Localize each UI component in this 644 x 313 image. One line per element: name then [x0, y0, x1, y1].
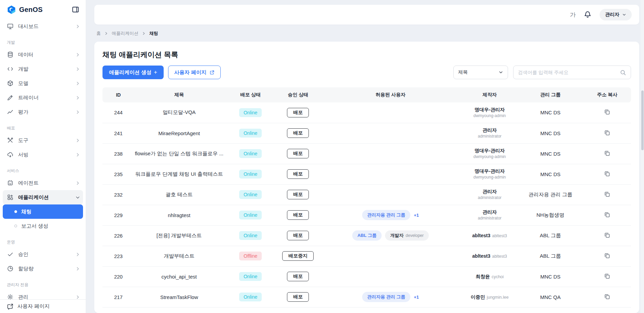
sidebar-item-dashboard[interactable]: 대시보드 [0, 19, 86, 33]
create-application-label: 애플리케이션 생성 [109, 69, 151, 76]
chevron-right-icon [75, 266, 80, 271]
scrollbar-track [641, 0, 644, 313]
approval-status-button[interactable]: 배포 [287, 210, 309, 220]
search-icon[interactable] [620, 69, 626, 76]
allowed-user-tag[interactable]: 관리자용 관리 그룹 [362, 210, 410, 220]
sidebar-item-evaluation[interactable]: 평가 [0, 105, 86, 119]
sidebar-subitem-report-create[interactable]: 보고서 생성 [3, 219, 83, 233]
cell-management-group: MNC DS [517, 143, 583, 164]
allowed-users-tags: 관리자용 관리 그룹+1 [319, 210, 462, 220]
copy-address-button[interactable] [604, 273, 611, 280]
creator-name: 명대우-관리자 [462, 106, 517, 113]
cell-creator: 명대우-관리자dwmyoung-admin [462, 143, 517, 164]
cell-creator: 최창윤cychoi [462, 266, 517, 287]
cell-approval-status: 배포중지 [277, 246, 319, 266]
cell-copy-address [584, 123, 631, 143]
copy-address-button[interactable] [604, 293, 611, 300]
cell-allowed-users: 관리자용 관리 그룹+1 [319, 205, 462, 225]
breadcrumb-home[interactable]: 홈 [96, 30, 101, 37]
create-application-button[interactable]: 애플리케이션 생성 + [102, 66, 164, 79]
table-row: 241MiraeReportAgentOnline배포관리자administra… [102, 123, 631, 143]
sidebar-collapse-icon[interactable] [71, 5, 80, 14]
approval-status-button[interactable]: 배포 [287, 292, 309, 302]
cell-title: 개발부테스트 [134, 246, 224, 266]
chevron-right-icon [75, 181, 80, 186]
allowed-users-more[interactable]: +1 [414, 213, 419, 218]
approval-status-button[interactable]: 배포 [287, 190, 309, 199]
database-icon [7, 51, 14, 58]
copy-address-button[interactable] [604, 232, 611, 239]
cube-icon [7, 80, 14, 87]
sidebar-item-approval[interactable]: 승인 [0, 247, 86, 261]
sidebar-subitem-chat[interactable]: 채팅 [3, 204, 83, 219]
copy-address-button[interactable] [604, 252, 611, 259]
copy-address-button[interactable] [604, 170, 611, 177]
sidebar-item-serving[interactable]: 서빙 [0, 147, 86, 162]
cell-approval-status: 배포 [277, 287, 319, 307]
approval-status-button[interactable]: 배포 [287, 272, 309, 281]
deploy-status-badge: Online [239, 293, 262, 301]
sidebar-item-agent[interactable]: 에이전트 [0, 176, 86, 190]
gear-icon [7, 294, 14, 299]
sidebar-section-deployment: 배포 [7, 125, 79, 131]
scrollbar-thumb[interactable] [641, 90, 644, 150]
allowed-users-more[interactable]: +1 [414, 295, 419, 300]
creator-id: dwmyoung-admin [462, 113, 517, 118]
sidebar-item-user-page[interactable]: 사용자 페이지 [0, 299, 86, 313]
allowed-user-tag[interactable]: 개발자developer [385, 230, 429, 241]
creator-name: abltest3 [472, 253, 490, 259]
cell-allowed-users [319, 123, 462, 143]
genos-logo[interactable]: GenOS [7, 5, 43, 14]
cell-allowed-users: 관리자용 관리 그룹+1 [319, 287, 462, 307]
sidebar-item-data[interactable]: 데이터 [0, 47, 86, 62]
user-menu[interactable]: 관리자 [600, 9, 632, 20]
approval-status-button[interactable]: 배포 [287, 128, 309, 138]
creator-name: 명대우-관리자 [462, 168, 517, 174]
allowed-users-tags: ABL 그룹개발자developer [319, 230, 462, 241]
approval-status-button[interactable]: 배포 [287, 108, 309, 117]
creator-name: 관리자 [462, 127, 517, 133]
sidebar-item-trainer[interactable]: 트레이너 [0, 90, 86, 105]
font-size-toggle[interactable]: 가 [570, 11, 576, 19]
cell-deploy-status: Online [224, 184, 277, 205]
user-page-icon [7, 303, 14, 310]
approval-status-button[interactable]: 배포 [287, 231, 309, 240]
allowed-user-tag[interactable]: 관리자용 관리 그룹 [362, 292, 410, 302]
approval-status-button[interactable]: 배포중지 [282, 251, 314, 261]
copy-address-button[interactable] [604, 109, 611, 115]
cell-creator: 관리자administrator [462, 184, 517, 205]
copy-address-button[interactable] [604, 150, 611, 157]
search-field-select[interactable]: 제목 [453, 66, 508, 79]
cell-approval-status: 배포 [277, 266, 319, 287]
creator-id: dwmyoung-admin [462, 174, 517, 180]
approval-status-button[interactable]: 배포 [287, 149, 309, 158]
sidebar-item-management[interactable]: 관리 [0, 290, 86, 299]
sidebar-item-tools[interactable]: 도구 [0, 133, 86, 147]
search-input[interactable] [518, 70, 617, 75]
sidebar-item-quota[interactable]: 할당량 [0, 261, 86, 276]
sidebar-item-model[interactable]: 모델 [0, 76, 86, 90]
sidebar-item-application[interactable]: 애플리케이션 [3, 190, 83, 204]
allowed-user-tag[interactable]: ABL 그룹 [352, 230, 382, 241]
copy-address-button[interactable] [604, 211, 611, 218]
cell-management-group: ABL 그룹 [517, 246, 583, 266]
table-row: 232괄호 테스트Online배포관리자administrator관리자용 관리… [102, 184, 631, 205]
creator-id: cychoi [492, 274, 504, 279]
approval-status-button[interactable]: 배포 [287, 169, 309, 179]
bell-icon[interactable] [583, 10, 592, 19]
breadcrumb-application[interactable]: 애플리케이션 [112, 30, 138, 37]
creator-name: abltest3 [472, 233, 490, 238]
code-icon [7, 66, 14, 72]
copy-address-button[interactable] [604, 129, 611, 136]
user-page-button[interactable]: 사용자 페이지 [168, 66, 221, 79]
cell-approval-status: 배포 [277, 205, 319, 225]
cell-deploy-status: Online [224, 287, 277, 307]
cell-copy-address [584, 102, 631, 123]
plus-icon: + [154, 69, 157, 76]
cell-title: StreamTaskFlow [134, 287, 224, 307]
sidebar-item-develop[interactable]: 개발 [0, 62, 86, 76]
cell-id: 229 [102, 205, 134, 225]
copy-address-button[interactable] [604, 191, 611, 198]
external-link-icon [209, 70, 215, 75]
cell-allowed-users: ABL 그룹개발자developer [319, 225, 462, 246]
